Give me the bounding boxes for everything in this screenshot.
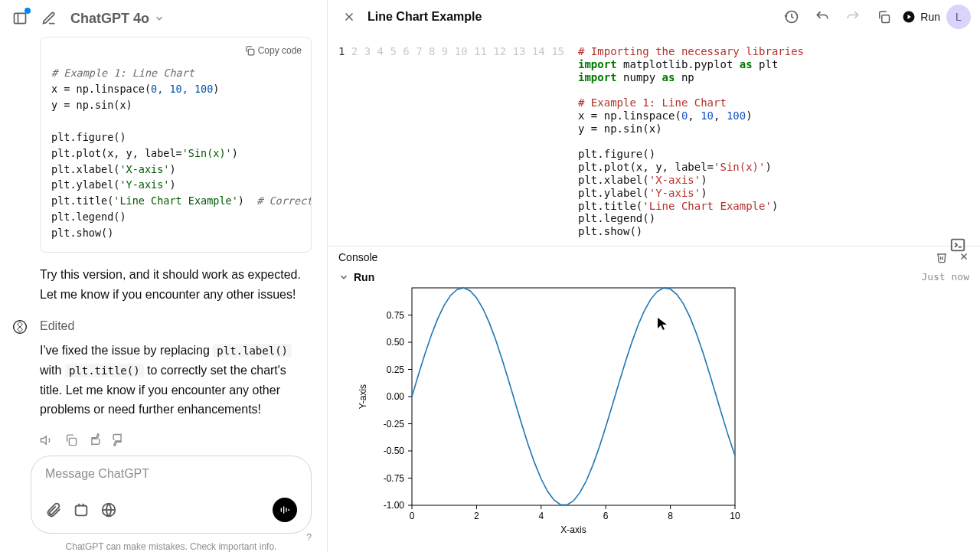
- trash-icon[interactable]: [936, 251, 948, 263]
- openai-logo-icon: [12, 319, 28, 338]
- svg-rect-11: [281, 508, 282, 511]
- svg-rect-17: [882, 15, 890, 23]
- run-status-row: Run Just now: [328, 268, 980, 286]
- input-placeholder: Message ChatGPT: [45, 467, 297, 481]
- svg-text:X-axis: X-axis: [560, 524, 586, 535]
- input-toolbar: [45, 498, 297, 522]
- canvas-panel: Line Chart Example Run L 1 2 3 4 5 6 7 8…: [327, 0, 980, 552]
- svg-text:0.00: 0.00: [387, 391, 405, 402]
- avatar[interactable]: L: [946, 5, 971, 29]
- chat-scroll[interactable]: Copy code # Example 1: Line Chart x = np…: [0, 37, 327, 446]
- undo-icon[interactable]: [810, 5, 835, 29]
- input-area: Message ChatGPT ChatGPT can make mistake…: [0, 446, 327, 552]
- history-icon[interactable]: [779, 5, 804, 29]
- svg-text:4: 4: [538, 511, 544, 521]
- help-button[interactable]: ?: [306, 532, 312, 543]
- svg-rect-6: [76, 506, 87, 516]
- run-label: Run: [920, 11, 940, 23]
- svg-rect-5: [69, 438, 76, 445]
- thumbs-up-icon[interactable]: [88, 433, 101, 446]
- svg-text:0.75: 0.75: [387, 309, 405, 320]
- model-selector[interactable]: ChatGPT 4o: [70, 11, 165, 27]
- web-icon[interactable]: [100, 501, 117, 518]
- play-icon: [902, 10, 916, 24]
- terminal-icon[interactable]: [949, 237, 966, 256]
- svg-rect-0: [15, 13, 26, 23]
- chat-header: ChatGPT 4o: [0, 0, 327, 37]
- edited-message: Edited I've fixed the issue by replacing…: [40, 319, 312, 446]
- voice-input-button[interactable]: [273, 498, 297, 522]
- run-timestamp: Just now: [921, 271, 969, 283]
- console-header: Console: [328, 246, 980, 268]
- feedback-toolbar: [40, 433, 312, 446]
- svg-text:10: 10: [730, 511, 740, 521]
- code-editor[interactable]: 1 2 3 4 5 6 7 8 9 10 11 12 13 14 15 # Im…: [328, 34, 980, 246]
- message-input[interactable]: Message ChatGPT: [31, 456, 312, 534]
- chevron-down-icon[interactable]: [338, 272, 349, 283]
- svg-marker-4: [41, 436, 47, 444]
- copy-icon[interactable]: [64, 433, 77, 446]
- svg-text:-1.00: -1.00: [384, 500, 405, 511]
- chart-output: -1.00-0.75-0.50-0.250.000.250.500.750246…: [328, 286, 980, 552]
- assistant-message: Try this version, and it should work as …: [40, 265, 312, 304]
- svg-text:Y-axis: Y-axis: [358, 384, 368, 409]
- fix-explanation: I've fixed the issue by replacing plt.la…: [40, 341, 312, 419]
- canvas-title: Line Chart Example: [368, 10, 773, 24]
- svg-text:6: 6: [603, 511, 609, 521]
- redo-icon[interactable]: [841, 5, 865, 29]
- copy-canvas-icon[interactable]: [871, 5, 896, 29]
- chat-panel: ChatGPT 4o Copy code # Example 1: Line C…: [0, 0, 327, 552]
- sidebar-toggle-icon[interactable]: [8, 6, 32, 31]
- svg-text:-0.25: -0.25: [384, 418, 405, 429]
- copy-code-label: Copy code: [258, 45, 302, 56]
- chevron-down-icon: [154, 13, 165, 24]
- close-canvas-icon[interactable]: [337, 5, 361, 29]
- tools-icon[interactable]: [73, 501, 90, 518]
- svg-rect-12: [283, 506, 284, 513]
- copy-icon: [244, 45, 255, 56]
- svg-rect-2: [248, 49, 254, 55]
- thumbs-down-icon[interactable]: [112, 433, 125, 446]
- line-chart: -1.00-0.75-0.50-0.250.000.250.500.750246…: [345, 286, 743, 539]
- edited-label: Edited: [40, 319, 312, 333]
- console-label: Console: [338, 251, 936, 263]
- code-block: Copy code # Example 1: Line Chart x = np…: [40, 37, 312, 253]
- svg-rect-14: [289, 509, 289, 511]
- svg-text:-0.75: -0.75: [384, 472, 405, 483]
- svg-text:2: 2: [474, 511, 479, 521]
- line-gutter: 1 2 3 4 5 6 7 8 9 10 11 12 13 14 15: [338, 45, 578, 238]
- copy-code-button[interactable]: Copy code: [244, 45, 302, 56]
- code-content: # Example 1: Line Chart x = np.linspace(…: [41, 38, 311, 252]
- disclaimer-text: ChatGPT can make mistakes. Check importa…: [31, 541, 312, 552]
- model-name-label: ChatGPT 4o: [70, 11, 149, 27]
- svg-text:8: 8: [668, 511, 673, 521]
- run-button[interactable]: Run: [902, 10, 940, 24]
- new-chat-icon[interactable]: [37, 6, 61, 31]
- svg-rect-24: [412, 288, 735, 505]
- canvas-header: Line Chart Example Run L: [328, 0, 980, 34]
- read-aloud-icon[interactable]: [40, 433, 54, 446]
- code-text: # Importing the necessary libraries impo…: [578, 45, 804, 238]
- svg-text:0: 0: [410, 511, 415, 521]
- svg-text:0.50: 0.50: [387, 337, 405, 348]
- attach-icon[interactable]: [45, 501, 62, 518]
- run-status-label: Run: [354, 271, 374, 283]
- svg-rect-13: [286, 508, 286, 511]
- svg-text:0.25: 0.25: [387, 364, 405, 374]
- svg-text:-0.50: -0.50: [384, 446, 405, 456]
